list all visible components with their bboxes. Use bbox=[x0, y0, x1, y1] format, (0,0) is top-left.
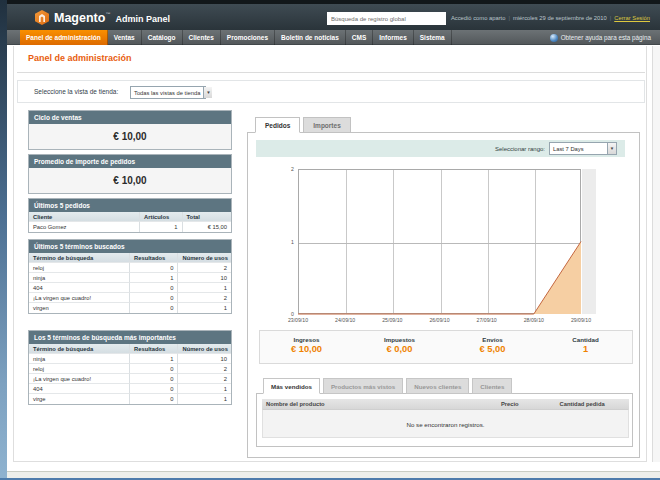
table-cell: 10 bbox=[178, 273, 231, 283]
sales-total-box: Ciclo de ventas € 10,00 bbox=[28, 110, 232, 150]
table-cell: 1 bbox=[178, 303, 231, 313]
chevron-down-icon: ▼ bbox=[203, 87, 212, 98]
table-header-row: Término de búsquedaResultadosNúmero de u… bbox=[29, 344, 231, 354]
help-link[interactable]: Obtener ayuda para esta página bbox=[550, 30, 651, 45]
box-title: Ciclo de ventas bbox=[29, 111, 231, 124]
logout-link[interactable]: Cerrar Sesión bbox=[614, 15, 650, 21]
stat-label: Cantidad bbox=[539, 336, 632, 343]
nav-tab-0[interactable]: Panel de administración bbox=[20, 30, 108, 45]
table-cell: 0 bbox=[130, 303, 178, 313]
stat-label: Impuestos bbox=[353, 336, 446, 343]
logo-subtitle: Admin Panel bbox=[115, 14, 170, 24]
nav-tab-3[interactable]: Clientes bbox=[183, 30, 221, 45]
nav-tab-8[interactable]: Sistema bbox=[414, 30, 452, 45]
column-header: Cantidad pedida bbox=[556, 399, 629, 409]
sales-total-amount: € 10,00 bbox=[29, 124, 231, 149]
nav-tab-4[interactable]: Promociones bbox=[221, 30, 275, 45]
stat-envíos: Envíos€ 5,00 bbox=[446, 331, 539, 363]
box-title: Promedio de importe de pedidos bbox=[29, 155, 231, 168]
column-header: Resultados bbox=[130, 253, 178, 263]
orders-chart: 01223/09/1024/09/1025/09/1026/09/1027/09… bbox=[264, 166, 596, 324]
last-orders-box: Últimos 5 pedidos ClienteArtículosTotalP… bbox=[28, 198, 232, 233]
admin-header: Magento™ Admin Panel Accedió como aparto… bbox=[7, 4, 660, 30]
x-axis-label: 29/09/10 bbox=[561, 317, 601, 323]
table-cell: 0 bbox=[130, 394, 178, 404]
scrollbar[interactable] bbox=[652, 46, 660, 462]
column-header: Número de usos bbox=[178, 253, 231, 263]
store-view-value: Todas las vistas de tienda bbox=[131, 90, 203, 96]
column-header: Nombre del producto bbox=[262, 399, 497, 409]
column-header: Término de búsqueda bbox=[29, 344, 130, 354]
table-cell: ¡La virgen que cuadro! bbox=[29, 293, 130, 303]
table-cell: 0 bbox=[130, 384, 178, 394]
chart-series bbox=[298, 169, 581, 314]
table-row: 40401 bbox=[29, 283, 231, 293]
tab-importes[interactable]: Importes bbox=[303, 117, 350, 133]
column-header: Resultados bbox=[130, 344, 178, 354]
table-cell: 404 bbox=[29, 283, 130, 293]
column-header: Número de usos bbox=[178, 344, 231, 354]
bestsellers-panel: Nombre del productoPrecioCantidad pedida… bbox=[256, 393, 633, 447]
magento-logo: Magento™ Admin Panel bbox=[35, 8, 170, 27]
tab-m-s-vendidos[interactable]: Más vendidos bbox=[263, 378, 320, 394]
help-label: Obtener ayuda para esta página bbox=[561, 30, 651, 45]
store-view-select[interactable]: Todas las vistas de tienda ▼ bbox=[130, 86, 206, 99]
global-search-input[interactable] bbox=[327, 12, 446, 25]
nav-tab-5[interactable]: Boletín de noticias bbox=[275, 30, 346, 45]
last-search-terms-box: Últimos 5 términos buscados Término de b… bbox=[28, 239, 232, 314]
table-cell: 1 bbox=[178, 384, 231, 394]
stat-value: € 5,00 bbox=[446, 344, 539, 354]
current-date: miércoles 29 de septiembre de 2010 bbox=[513, 15, 607, 21]
tab-nuevos-clientes[interactable]: Nuevos clientes bbox=[406, 378, 469, 394]
box-title: Últimos 5 términos buscados bbox=[29, 240, 231, 253]
stat-ingresos: Ingresos€ 10,00 bbox=[260, 331, 353, 363]
table-cell: 1 bbox=[178, 394, 231, 404]
tab-productos-m-s-vistos[interactable]: Productos más vistos bbox=[323, 378, 403, 394]
nav-tab-6[interactable]: CMS bbox=[346, 30, 373, 45]
x-axis-label: 26/09/10 bbox=[420, 317, 460, 323]
nav-tab-1[interactable]: Ventas bbox=[108, 30, 142, 45]
range-bar: Seleccionar rango: Last 7 Days ▼ bbox=[256, 140, 625, 157]
table-row: ¡La virgen que cuadro!02 bbox=[29, 293, 231, 303]
box-title: Últimos 5 pedidos bbox=[29, 199, 231, 212]
products-table-header: Nombre del productoPrecioCantidad pedida bbox=[262, 399, 629, 409]
window-left-edge bbox=[0, 0, 7, 480]
chevron-down-icon: ▼ bbox=[607, 143, 616, 154]
tab-pedidos[interactable]: Pedidos bbox=[255, 117, 300, 133]
nav-tab-2[interactable]: Catálogo bbox=[142, 30, 183, 45]
stat-value: € 10,00 bbox=[260, 344, 353, 354]
table-cell: 10 bbox=[178, 354, 231, 364]
stat-impuestos: Impuestos€ 0,00 bbox=[353, 331, 446, 363]
products-tabs: Más vendidosProductos más vistosNuevos c… bbox=[263, 378, 512, 394]
table-cell: 1 bbox=[130, 354, 178, 364]
y-axis-label: 2 bbox=[264, 166, 294, 172]
page-title: Panel de administración bbox=[28, 53, 132, 63]
table-row: ninja110 bbox=[29, 354, 231, 364]
range-select[interactable]: Last 7 Days ▼ bbox=[549, 142, 617, 155]
help-icon bbox=[550, 34, 558, 42]
nav-tab-7[interactable]: Informes bbox=[373, 30, 413, 45]
footer-bar bbox=[7, 471, 660, 478]
column-header: Término de búsqueda bbox=[29, 253, 130, 263]
totals-bar: Ingresos€ 10,00Impuestos€ 0,00Envíos€ 5,… bbox=[259, 330, 633, 364]
tab-clientes[interactable]: Clientes bbox=[472, 378, 512, 394]
table-cell: 0 bbox=[130, 263, 178, 273]
table-cell: 2 bbox=[178, 364, 231, 374]
table-cell: 2 bbox=[178, 374, 231, 384]
table-cell: 1 bbox=[178, 283, 231, 293]
chart-right-margin bbox=[582, 169, 596, 314]
table-cell: reloj bbox=[29, 364, 130, 374]
average-order-amount: € 10,00 bbox=[29, 168, 231, 193]
stat-label: Ingresos bbox=[260, 336, 353, 343]
table-cell: 2 bbox=[178, 263, 231, 273]
empty-table-message: No se encontraron registros. bbox=[262, 409, 629, 438]
stat-label: Envíos bbox=[446, 336, 539, 343]
table-cell: € 15,00 bbox=[183, 222, 231, 232]
title-separator bbox=[17, 72, 645, 73]
range-value: Last 7 Days bbox=[550, 146, 607, 152]
dashboard-tabs: PedidosImportes bbox=[255, 117, 351, 133]
products-table: Nombre del productoPrecioCantidad pedida… bbox=[262, 399, 629, 438]
table-row: reloj02 bbox=[29, 364, 231, 374]
logo-text: Magento™ bbox=[54, 11, 110, 25]
x-axis-label: 28/09/10 bbox=[514, 317, 554, 323]
